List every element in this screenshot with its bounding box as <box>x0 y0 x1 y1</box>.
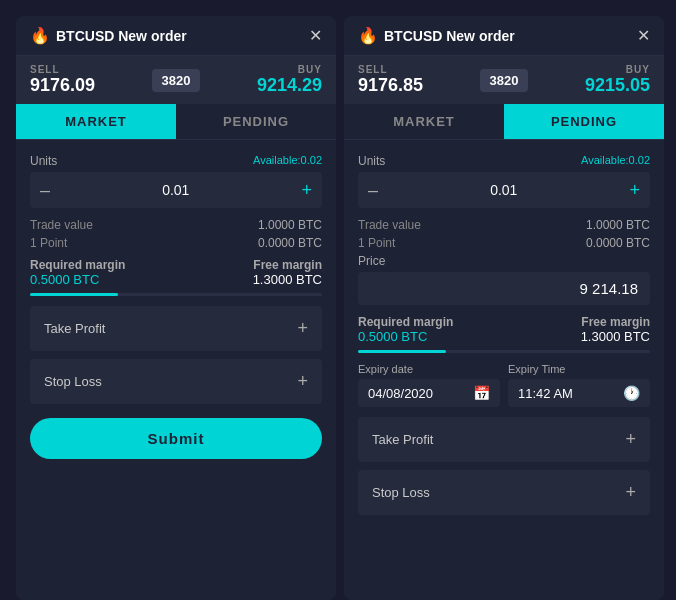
expiry-time-label: Expiry Time <box>508 363 650 375</box>
tab-market[interactable]: MARKET <box>344 104 504 139</box>
calendar-icon[interactable]: 📅 <box>473 385 490 401</box>
sell-block: SELL 9176.09 <box>30 64 95 96</box>
units-label-row: Units Available:0.02 <box>30 154 322 168</box>
margin-row: Required margin 0.5000 BTC Free margin 1… <box>358 315 650 344</box>
stop-loss-expand-icon: + <box>625 482 636 503</box>
point-value: 0.0000 BTC <box>586 236 650 250</box>
buy-block: BUY 9215.05 <box>585 64 650 96</box>
fire-icon: 🔥 <box>358 26 378 45</box>
panel-body: Units Available:0.02 – + Trade value 1.0… <box>344 140 664 537</box>
buy-label: BUY <box>257 64 322 75</box>
trade-value-row: Trade value 1.0000 BTC <box>358 218 650 232</box>
panel-left: 🔥 BTCUSD New order ✕ SELL 9176.09 3820 B… <box>16 16 336 600</box>
panel-title: 🔥 BTCUSD New order <box>30 26 187 45</box>
sell-block: SELL 9176.85 <box>358 64 423 96</box>
available-label: Available:0.02 <box>253 154 322 168</box>
required-margin-value: 0.5000 BTC <box>358 329 504 344</box>
units-plus-button[interactable]: + <box>629 180 640 201</box>
take-profit-label: Take Profit <box>44 321 105 336</box>
required-margin-label: Required margin <box>30 258 176 272</box>
take-profit-row[interactable]: Take Profit + <box>358 417 650 462</box>
units-minus-button[interactable]: – <box>40 180 50 201</box>
point-label: 1 Point <box>30 236 67 250</box>
panel-body: Units Available:0.02 – + Trade value 1.0… <box>16 140 336 473</box>
clock-icon[interactable]: 🕐 <box>623 385 640 401</box>
buy-price: 9215.05 <box>585 75 650 96</box>
expiry-date-input-box[interactable]: 04/08/2020 📅 <box>358 379 500 407</box>
panel-header: 🔥 BTCUSD New order ✕ <box>344 16 664 56</box>
close-button[interactable]: ✕ <box>309 26 322 45</box>
units-label-row: Units Available:0.02 <box>358 154 650 168</box>
required-margin-block: Required margin 0.5000 BTC <box>358 315 504 344</box>
price-label-row: Price <box>358 254 650 268</box>
units-field: Units Available:0.02 – + <box>30 154 322 208</box>
take-profit-row[interactable]: Take Profit + <box>30 306 322 351</box>
sell-price: 9176.85 <box>358 75 423 96</box>
point-value: 0.0000 BTC <box>258 236 322 250</box>
fire-icon: 🔥 <box>30 26 50 45</box>
free-margin-block: Free margin 1.3000 BTC <box>176 258 322 287</box>
submit-button[interactable]: Submit <box>30 418 322 459</box>
tab-row: MARKET PENDING <box>16 104 336 140</box>
expiry-date-block: Expiry date 04/08/2020 📅 <box>358 363 500 407</box>
point-row: 1 Point 0.0000 BTC <box>30 236 322 250</box>
required-margin-block: Required margin 0.5000 BTC <box>30 258 176 287</box>
tab-row: MARKET PENDING <box>344 104 664 140</box>
title-text: BTCUSD New order <box>384 28 515 44</box>
buy-label: BUY <box>585 64 650 75</box>
price-field: Price 9 214.18 <box>358 254 650 305</box>
spread-badge: 3820 <box>152 69 201 92</box>
panel-title: 🔥 BTCUSD New order <box>358 26 515 45</box>
units-minus-button[interactable]: – <box>368 180 378 201</box>
point-label: 1 Point <box>358 236 395 250</box>
trade-value: 1.0000 BTC <box>258 218 322 232</box>
units-label: Units <box>30 154 57 168</box>
stop-loss-expand-icon: + <box>297 371 308 392</box>
buy-block: BUY 9214.29 <box>257 64 322 96</box>
take-profit-expand-icon: + <box>297 318 308 339</box>
buy-price: 9214.29 <box>257 75 322 96</box>
expiry-time-block: Expiry Time 11:42 AM 🕐 <box>508 363 650 407</box>
free-margin-label: Free margin <box>504 315 650 329</box>
stop-loss-row[interactable]: Stop Loss + <box>358 470 650 515</box>
price-row: SELL 9176.09 3820 BUY 9214.29 <box>16 56 336 104</box>
trade-value-label: Trade value <box>358 218 421 232</box>
sell-price: 9176.09 <box>30 75 95 96</box>
expiry-date-value: 04/08/2020 <box>368 386 467 401</box>
required-margin-value: 0.5000 BTC <box>30 272 176 287</box>
units-label: Units <box>358 154 385 168</box>
spread-badge: 3820 <box>480 69 529 92</box>
close-button[interactable]: ✕ <box>637 26 650 45</box>
tab-market[interactable]: MARKET <box>16 104 176 139</box>
margin-bar <box>30 293 322 296</box>
expiry-date-label: Expiry date <box>358 363 500 375</box>
required-margin-label: Required margin <box>358 315 504 329</box>
margin-bar-fill <box>358 350 446 353</box>
units-field: Units Available:0.02 – + <box>358 154 650 208</box>
units-input-box: – + <box>30 172 322 208</box>
units-input[interactable] <box>378 182 629 198</box>
price-input-box[interactable]: 9 214.18 <box>358 272 650 305</box>
trade-value-label: Trade value <box>30 218 93 232</box>
margin-bar-fill <box>30 293 118 296</box>
tab-pending[interactable]: PENDING <box>504 104 664 139</box>
expiry-time-value: 11:42 AM <box>518 386 617 401</box>
panel-header: 🔥 BTCUSD New order ✕ <box>16 16 336 56</box>
panel-right: 🔥 BTCUSD New order ✕ SELL 9176.85 3820 B… <box>344 16 664 600</box>
free-margin-label: Free margin <box>176 258 322 272</box>
expiry-time-input-box[interactable]: 11:42 AM 🕐 <box>508 379 650 407</box>
expiry-row: Expiry date 04/08/2020 📅 Expiry Time 11:… <box>358 363 650 407</box>
sell-label: SELL <box>358 64 423 75</box>
point-row: 1 Point 0.0000 BTC <box>358 236 650 250</box>
units-plus-button[interactable]: + <box>301 180 312 201</box>
title-text: BTCUSD New order <box>56 28 187 44</box>
stop-loss-label: Stop Loss <box>44 374 102 389</box>
free-margin-value: 1.3000 BTC <box>504 329 650 344</box>
units-input[interactable] <box>50 182 301 198</box>
tab-pending[interactable]: PENDING <box>176 104 336 139</box>
stop-loss-row[interactable]: Stop Loss + <box>30 359 322 404</box>
margin-bar <box>358 350 650 353</box>
trade-value: 1.0000 BTC <box>586 218 650 232</box>
margin-row: Required margin 0.5000 BTC Free margin 1… <box>30 258 322 287</box>
trade-value-row: Trade value 1.0000 BTC <box>30 218 322 232</box>
